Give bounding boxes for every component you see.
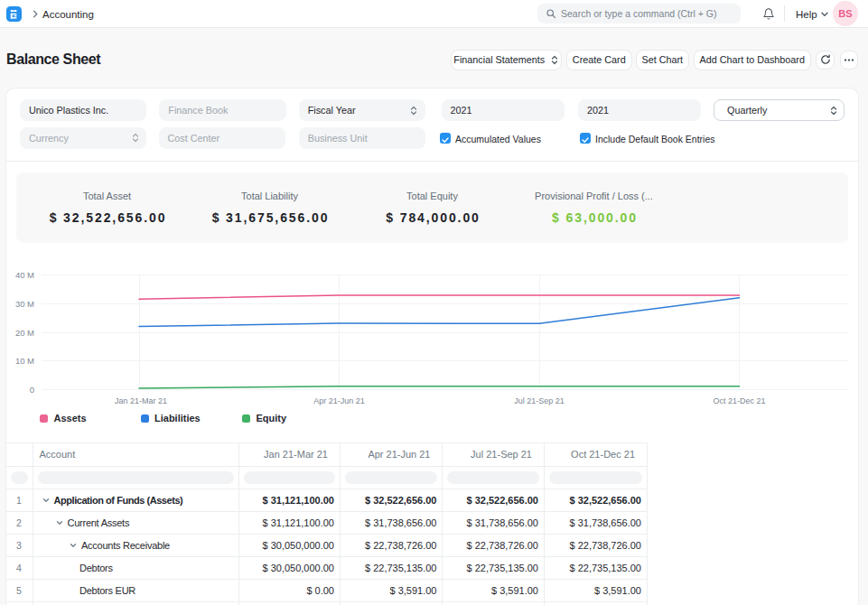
svg-text:Jul 21-Sep 21: Jul 21-Sep 21 — [514, 396, 565, 405]
svg-text:20 M: 20 M — [15, 328, 34, 338]
svg-text:0: 0 — [30, 385, 34, 395]
svg-text:Jan 21-Mar 21: Jan 21-Mar 21 — [115, 396, 167, 405]
svg-text:Oct 21-Dec 21: Oct 21-Dec 21 — [713, 396, 765, 405]
svg-text:10 M: 10 M — [15, 356, 34, 366]
svg-text:30 M: 30 M — [15, 299, 34, 309]
svg-text:Apr 21-Jun 21: Apr 21-Jun 21 — [313, 396, 365, 405]
svg-text:40 M: 40 M — [15, 270, 34, 280]
